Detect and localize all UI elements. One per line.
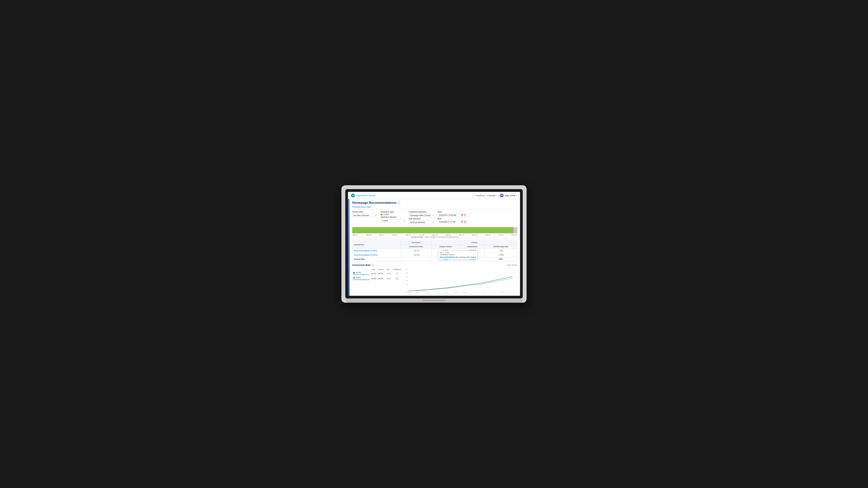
legend-rec-b-test: 24.5% (370, 276, 377, 281)
goal-selection-select[interactable]: No Goal Selected (408, 221, 434, 224)
attribution-type-text: CLICK (383, 214, 389, 216)
svg-text:20. Jun: 20. Jun (416, 292, 420, 293)
zoom-icon: 🔍 (515, 264, 517, 266)
timeline-label-5: Jan '18 (419, 234, 424, 236)
calendar-end-icon[interactable]: 📅 (461, 221, 463, 223)
svg-text:18. Jun: 18. Jun (407, 292, 410, 293)
timeline-note: Activity Timeline - Select a Range to Re… (352, 236, 517, 238)
content-panel: Homepage Recommendations i Promoted Item… (349, 199, 520, 296)
attribution-type-group: Attribution Type: CLICK Attribution Wind… (380, 211, 405, 223)
goal-selection-label: Goal Selection: (408, 218, 435, 220)
col-conversion-rate[interactable]: Conversion Rate (401, 245, 431, 249)
svg-text:0: 0 (407, 290, 407, 292)
chart-title-wrapper: Conversion Rate i (352, 264, 374, 266)
table-row: Recommendations B (46%) ↑ 24.5% 8,070 40… (352, 253, 517, 257)
timeline-label-0: May '16 (352, 234, 358, 236)
rec-b-link[interactable]: Recommendations B (46%) (354, 254, 377, 256)
data-section: Experiences Purchases Activity Conversio… (349, 239, 520, 263)
legend-row-rec-b: 24.5% Recommendations B 24.5% 23.7% ↑ 3.… (352, 276, 402, 281)
svg-text:2. Jul: 2. Jul (473, 292, 476, 293)
legend-col-lift: Lift (384, 268, 392, 271)
nav-right: Feedback Cumulus ▾ SS Sally Smith ▾ (475, 194, 517, 197)
feedback-link[interactable]: Feedback (475, 194, 485, 197)
comparison-baseline-select[interactable]: Campaign-Wide Control (408, 214, 435, 217)
end-label: End: (438, 218, 467, 220)
rec-a-conversion: ↑ 23.7% (401, 249, 431, 253)
svg-text:30. Jun: 30. Jun (463, 292, 467, 293)
legend-rec-b-confidence: ✓ (392, 276, 402, 281)
svg-text:25: 25 (406, 272, 408, 274)
start-date-input[interactable] (439, 214, 460, 216)
rec-a-clickthrough: ↑ 8% (484, 249, 517, 253)
user-chevron-icon: ▾ (516, 195, 517, 196)
timeline-label-1: Sep '16 (366, 234, 371, 236)
info-icon[interactable]: i (398, 201, 400, 204)
chart-info-icon[interactable]: i (371, 264, 374, 266)
rec-a-link[interactable]: Recommendations A (45%) (354, 250, 377, 252)
tooltip-winner: Recommendations B is winning over Contro… (440, 256, 476, 258)
legend-row-rec-a: 23.7% Recommendations A 23.7% 23.7% ↑ 0.… (352, 271, 402, 276)
sidebar-stripe (348, 199, 349, 296)
timeline-label-8: Jan '19 (459, 234, 464, 236)
attribution-type-value: CLICK (380, 214, 405, 216)
clock-end-icon[interactable]: ⏰ (464, 221, 466, 223)
radio-click-icon[interactable] (380, 214, 382, 216)
nav-bar: ☁ Interaction Studio Feedback Cumulus ▾ … (348, 192, 520, 199)
col-experiences: Experiences (352, 240, 401, 249)
end-date-input-wrapper: 📅 ⏰ (438, 220, 467, 224)
user-menu[interactable]: SS Sally Smith ▾ (500, 194, 517, 197)
col-unique-visitors[interactable]: Unique Visitors (431, 245, 460, 249)
page-title: Homepage Recommendations (352, 201, 396, 204)
filters-row: Results Filter: No Filter Selected Attri… (349, 209, 520, 226)
rec-b-conversion: ↑ 24.5% (401, 253, 431, 257)
tooltip-lift-label: Lift: (440, 252, 443, 254)
cumulus-button[interactable]: Cumulus ▾ (488, 194, 497, 197)
legend-col-test: Test (370, 268, 377, 271)
timeline-axis: May '16 Sep '16 Jan '17 May '17 Sep '17 … (352, 234, 517, 236)
svg-text:22. Jun: 22. Jun (426, 292, 429, 293)
col-clickthrough-rate[interactable]: Clickthrough Rate (484, 245, 517, 249)
tooltip-lift: Lift: + 3.33% (440, 252, 476, 254)
col-impressions[interactable]: Impressions (460, 245, 484, 249)
legend-col-confidence: Confidence (392, 268, 402, 271)
start-label: Start: (438, 211, 467, 213)
timeline-note-title: Activity Timeline (411, 236, 423, 238)
tooltip-winner-control: Control (469, 256, 476, 258)
legend-rec-a-lift: ↑ 0.1% (384, 271, 392, 276)
svg-text:6. Jul: 6. Jul (492, 292, 495, 293)
tooltip-confidence: Confidence: 88.2% (440, 254, 476, 256)
timeline-note-detail: - Select a Range to Recalculate the Repo… (424, 236, 459, 238)
start-date-input-wrapper: 📅 ⏰ (438, 214, 467, 217)
page-subtitle[interactable]: Promoted Items Stats (352, 206, 371, 208)
tooltip-confidence-label: Confidence: (440, 254, 449, 256)
timeline-label-11: Jan '20 (499, 234, 504, 236)
laptop-frame: ☁ Interaction Studio Feedback Cumulus ▾ … (341, 185, 527, 303)
svg-text:5: 5 (407, 288, 407, 289)
user-name: Sally Smith (505, 194, 515, 197)
results-filter-select[interactable]: No Filter Selected (352, 214, 377, 217)
control-name: Control (9%) (352, 257, 401, 261)
svg-text:20: 20 (406, 276, 408, 278)
page-title-row: Homepage Recommendations i (352, 201, 517, 204)
timeline-label-2: Jan '17 (379, 234, 384, 236)
end-date-input[interactable] (439, 221, 460, 223)
svg-text:4. Jul: 4. Jul (483, 292, 486, 293)
cumulus-label: Cumulus (488, 194, 496, 197)
tooltip-lift-value: + 3.33% (443, 252, 450, 254)
legend-dot-green (353, 277, 355, 279)
timeline-bar[interactable] (352, 227, 517, 233)
avatar: SS (500, 194, 504, 197)
col-activity-header: Activity (431, 240, 517, 245)
svg-text:26. Jun: 26. Jun (444, 292, 448, 293)
svg-text:28. Jun: 28. Jun (454, 292, 458, 293)
nav-logo: ☁ Interaction Studio (351, 194, 376, 197)
clock-icon[interactable]: ⏰ (464, 214, 466, 216)
chart-section: Conversion Rate i Zoom Out 🔍 (349, 263, 520, 296)
confidence-check-icon: ✓ (396, 277, 398, 280)
attribution-window-select[interactable]: 1 week (380, 219, 405, 223)
comparison-group: Comparison Baseline: Campaign-Wide Contr… (408, 211, 435, 224)
screen-bezel: ☁ Interaction Studio Feedback Cumulus ▾ … (345, 189, 523, 298)
confidence-warning-icon: ? (396, 272, 398, 275)
zoom-out-button[interactable]: Zoom Out 🔍 (507, 264, 517, 266)
calendar-icon[interactable]: 📅 (461, 214, 463, 216)
